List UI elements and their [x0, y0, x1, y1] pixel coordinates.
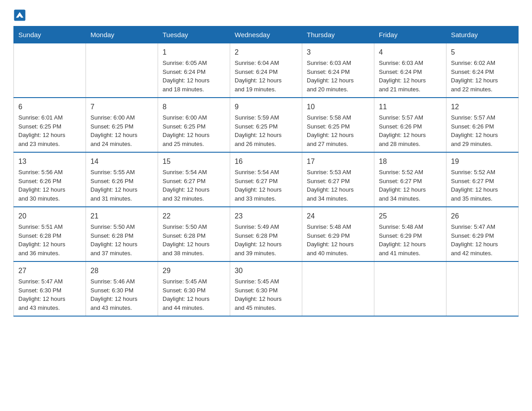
day-info: Sunrise: 5:48 AMSunset: 6:29 PMDaylight:…: [379, 223, 442, 257]
calendar-cell: [374, 261, 446, 316]
week-row-5: 27Sunrise: 5:47 AMSunset: 6:30 PMDayligh…: [14, 261, 519, 316]
day-number: 27: [18, 265, 81, 276]
day-info: Sunrise: 5:55 AMSunset: 6:26 PMDaylight:…: [90, 168, 153, 203]
calendar-cell: 28Sunrise: 5:46 AMSunset: 6:30 PMDayligh…: [86, 261, 158, 316]
header-day-saturday: Saturday: [446, 26, 519, 43]
day-info: Sunrise: 5:50 AMSunset: 6:28 PMDaylight:…: [163, 223, 225, 257]
day-number: 15: [163, 156, 225, 167]
calendar-cell: 20Sunrise: 5:51 AMSunset: 6:28 PMDayligh…: [14, 207, 86, 261]
calendar-cell: 27Sunrise: 5:47 AMSunset: 6:30 PMDayligh…: [14, 261, 86, 316]
day-info: Sunrise: 5:47 AMSunset: 6:29 PMDaylight:…: [451, 223, 514, 257]
day-info: Sunrise: 5:52 AMSunset: 6:27 PMDaylight:…: [451, 168, 514, 203]
header-day-tuesday: Tuesday: [158, 26, 230, 43]
calendar-cell: 22Sunrise: 5:50 AMSunset: 6:28 PMDayligh…: [158, 207, 230, 261]
day-number: 14: [90, 156, 153, 167]
day-number: 22: [163, 211, 225, 222]
calendar-cell: 16Sunrise: 5:54 AMSunset: 6:27 PMDayligh…: [230, 152, 302, 207]
week-row-2: 6Sunrise: 6:01 AMSunset: 6:25 PMDaylight…: [14, 98, 519, 152]
calendar-cell: 19Sunrise: 5:52 AMSunset: 6:27 PMDayligh…: [446, 152, 519, 207]
calendar-cell: 8Sunrise: 6:00 AMSunset: 6:25 PMDaylight…: [158, 98, 230, 152]
day-info: Sunrise: 5:46 AMSunset: 6:30 PMDaylight:…: [90, 277, 153, 312]
week-row-1: 1Sunrise: 6:05 AMSunset: 6:24 PMDaylight…: [14, 43, 519, 98]
day-number: 8: [163, 102, 225, 112]
day-number: 3: [307, 47, 369, 58]
calendar-cell: 18Sunrise: 5:52 AMSunset: 6:27 PMDayligh…: [374, 152, 446, 207]
calendar-cell: 4Sunrise: 6:03 AMSunset: 6:24 PMDaylight…: [374, 43, 446, 98]
day-number: 28: [90, 265, 153, 276]
calendar-cell: 23Sunrise: 5:49 AMSunset: 6:28 PMDayligh…: [230, 207, 302, 261]
day-info: Sunrise: 5:50 AMSunset: 6:28 PMDaylight:…: [90, 223, 153, 257]
day-info: Sunrise: 5:56 AMSunset: 6:26 PMDaylight:…: [18, 168, 81, 203]
day-info: Sunrise: 5:45 AMSunset: 6:30 PMDaylight:…: [235, 277, 297, 312]
calendar-cell: 5Sunrise: 6:02 AMSunset: 6:24 PMDaylight…: [446, 43, 519, 98]
day-number: 25: [379, 211, 442, 222]
day-number: 23: [235, 211, 297, 222]
day-info: Sunrise: 6:00 AMSunset: 6:25 PMDaylight:…: [90, 113, 153, 148]
day-number: 21: [90, 211, 153, 222]
calendar-cell: 6Sunrise: 6:01 AMSunset: 6:25 PMDaylight…: [14, 98, 86, 152]
day-info: Sunrise: 5:54 AMSunset: 6:27 PMDaylight:…: [163, 168, 225, 203]
day-number: 17: [307, 156, 369, 167]
day-number: 18: [379, 156, 442, 167]
calendar-table: SundayMondayTuesdayWednesdayThursdayFrid…: [13, 26, 519, 317]
day-number: 4: [379, 47, 442, 58]
calendar-cell: [86, 43, 158, 98]
calendar-header: SundayMondayTuesdayWednesdayThursdayFrid…: [14, 26, 519, 43]
day-info: Sunrise: 6:05 AMSunset: 6:24 PMDaylight:…: [163, 59, 225, 94]
day-number: 12: [451, 102, 514, 112]
day-info: Sunrise: 6:02 AMSunset: 6:24 PMDaylight:…: [451, 59, 514, 94]
calendar-cell: 21Sunrise: 5:50 AMSunset: 6:28 PMDayligh…: [86, 207, 158, 261]
calendar-cell: 13Sunrise: 5:56 AMSunset: 6:26 PMDayligh…: [14, 152, 86, 207]
day-number: 10: [307, 102, 369, 112]
calendar-cell: 26Sunrise: 5:47 AMSunset: 6:29 PMDayligh…: [446, 207, 519, 261]
calendar-cell: 25Sunrise: 5:48 AMSunset: 6:29 PMDayligh…: [374, 207, 446, 261]
header-day-sunday: Sunday: [14, 26, 86, 43]
calendar-body: 1Sunrise: 6:05 AMSunset: 6:24 PMDaylight…: [14, 43, 519, 317]
day-number: 1: [163, 47, 225, 58]
calendar-cell: 11Sunrise: 5:57 AMSunset: 6:26 PMDayligh…: [374, 98, 446, 152]
day-info: Sunrise: 5:48 AMSunset: 6:29 PMDaylight:…: [307, 223, 369, 257]
calendar-cell: 12Sunrise: 5:57 AMSunset: 6:26 PMDayligh…: [446, 98, 519, 152]
day-info: Sunrise: 6:04 AMSunset: 6:24 PMDaylight:…: [235, 59, 297, 94]
week-row-3: 13Sunrise: 5:56 AMSunset: 6:26 PMDayligh…: [14, 152, 519, 207]
calendar-cell: 17Sunrise: 5:53 AMSunset: 6:27 PMDayligh…: [302, 152, 374, 207]
day-info: Sunrise: 5:52 AMSunset: 6:27 PMDaylight:…: [379, 168, 442, 203]
day-number: 13: [18, 156, 81, 167]
page-header: [13, 9, 519, 21]
day-info: Sunrise: 5:45 AMSunset: 6:30 PMDaylight:…: [163, 277, 225, 312]
header-day-thursday: Thursday: [302, 26, 374, 43]
day-number: 6: [18, 102, 81, 112]
day-number: 9: [235, 102, 297, 112]
calendar-cell: 7Sunrise: 6:00 AMSunset: 6:25 PMDaylight…: [86, 98, 158, 152]
day-number: 5: [451, 47, 514, 58]
day-number: 7: [90, 102, 153, 112]
calendar-cell: [446, 261, 519, 316]
calendar-cell: 24Sunrise: 5:48 AMSunset: 6:29 PMDayligh…: [302, 207, 374, 261]
day-number: 24: [307, 211, 369, 222]
day-info: Sunrise: 6:03 AMSunset: 6:24 PMDaylight:…: [307, 59, 369, 94]
day-number: 2: [235, 47, 297, 58]
header-day-wednesday: Wednesday: [230, 26, 302, 43]
calendar-cell: 15Sunrise: 5:54 AMSunset: 6:27 PMDayligh…: [158, 152, 230, 207]
day-number: 16: [235, 156, 297, 167]
day-info: Sunrise: 6:01 AMSunset: 6:25 PMDaylight:…: [18, 113, 81, 148]
day-number: 29: [163, 265, 225, 276]
day-info: Sunrise: 5:57 AMSunset: 6:26 PMDaylight:…: [379, 113, 442, 148]
day-info: Sunrise: 5:47 AMSunset: 6:30 PMDaylight:…: [18, 277, 81, 312]
week-row-4: 20Sunrise: 5:51 AMSunset: 6:28 PMDayligh…: [14, 207, 519, 261]
day-info: Sunrise: 6:03 AMSunset: 6:24 PMDaylight:…: [379, 59, 442, 94]
day-info: Sunrise: 5:49 AMSunset: 6:28 PMDaylight:…: [235, 223, 297, 257]
day-info: Sunrise: 5:58 AMSunset: 6:25 PMDaylight:…: [307, 113, 369, 148]
day-info: Sunrise: 5:51 AMSunset: 6:28 PMDaylight:…: [18, 223, 81, 257]
day-info: Sunrise: 6:00 AMSunset: 6:25 PMDaylight:…: [163, 113, 225, 148]
day-info: Sunrise: 5:53 AMSunset: 6:27 PMDaylight:…: [307, 168, 369, 203]
day-number: 30: [235, 265, 297, 276]
day-info: Sunrise: 5:57 AMSunset: 6:26 PMDaylight:…: [451, 113, 514, 148]
calendar-cell: 30Sunrise: 5:45 AMSunset: 6:30 PMDayligh…: [230, 261, 302, 316]
header-day-monday: Monday: [86, 26, 158, 43]
calendar-cell: 3Sunrise: 6:03 AMSunset: 6:24 PMDaylight…: [302, 43, 374, 98]
header-row: SundayMondayTuesdayWednesdayThursdayFrid…: [14, 26, 519, 43]
day-number: 11: [379, 102, 442, 112]
calendar-cell: 2Sunrise: 6:04 AMSunset: 6:24 PMDaylight…: [230, 43, 302, 98]
header-day-friday: Friday: [374, 26, 446, 43]
